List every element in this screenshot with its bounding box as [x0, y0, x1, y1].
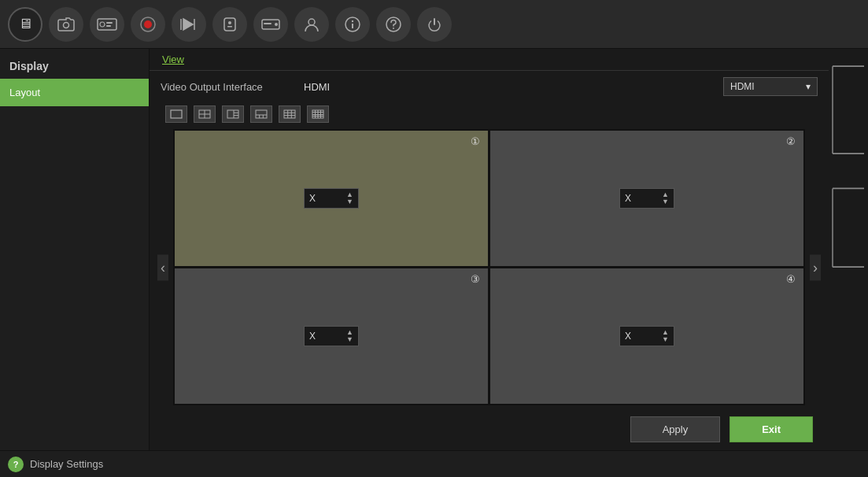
status-text: Display Settings	[30, 458, 103, 470]
user-icon[interactable]	[294, 7, 329, 42]
video-cell-2[interactable]: ② X ▲▼	[490, 131, 803, 266]
layout-1-button[interactable]	[165, 105, 187, 123]
sidebar-header: Display	[0, 54, 149, 79]
svg-rect-23	[227, 110, 238, 118]
svg-point-16	[352, 20, 353, 21]
right-panel	[829, 49, 868, 450]
video-output-row: Video Output Interface HDMI HDMI ▾	[150, 71, 829, 102]
playback-icon[interactable]	[172, 7, 206, 42]
help-icon[interactable]	[376, 7, 411, 42]
cell-4-dropdown[interactable]: X ▲▼	[619, 326, 674, 346]
video-cell-4[interactable]: ④ X ▲▼	[490, 268, 803, 404]
next-arrow-button[interactable]: ›	[810, 254, 821, 280]
video-grid: ① X ▲▼ ② X ▲▼	[173, 129, 805, 405]
svg-point-8	[228, 21, 231, 24]
layout-4-button[interactable]	[194, 105, 216, 123]
cell-2-dropdown[interactable]: X ▲▼	[619, 188, 674, 209]
cell-2-spinner: ▲▼	[662, 191, 669, 205]
record-icon[interactable]	[131, 7, 165, 42]
remote-icon[interactable]	[212, 7, 247, 42]
svg-rect-3	[106, 22, 113, 24]
chevron-down-icon: ▾	[806, 81, 811, 92]
layout-16-button[interactable]	[307, 105, 329, 123]
svg-point-0	[64, 22, 69, 28]
sidebar: Display Layout	[0, 49, 150, 450]
cell-3-spinner: ▲▼	[346, 329, 353, 343]
monitor-icon[interactable]: 🖥	[8, 7, 42, 42]
grid-wrapper: ‹ ① X ▲▼ ② X	[150, 126, 829, 409]
main-area: Display Layout View Video Output Interfa…	[0, 49, 868, 450]
view-tab[interactable]: View	[150, 49, 829, 71]
svg-point-13	[308, 19, 315, 25]
cell-3-number: ③	[471, 273, 480, 285]
cell-1-dropdown[interactable]: X ▲▼	[304, 188, 359, 209]
dvr-icon[interactable]	[90, 7, 124, 42]
info-icon[interactable]	[335, 7, 370, 42]
layout-6b-button[interactable]	[250, 105, 272, 123]
hdd-icon[interactable]	[253, 7, 288, 42]
cell-2-number: ②	[786, 135, 796, 147]
svg-rect-31	[284, 110, 295, 118]
content-area: View Video Output Interface HDMI HDMI ▾	[150, 49, 829, 450]
svg-point-18	[393, 28, 394, 29]
power-icon[interactable]	[417, 7, 452, 42]
svg-rect-12	[264, 23, 271, 24]
video-output-label: Video Output Interface	[161, 81, 294, 93]
sidebar-item-layout[interactable]: Layout	[0, 79, 149, 106]
svg-rect-27	[256, 110, 267, 118]
apply-button[interactable]: Apply	[630, 416, 721, 442]
status-bar: ? Display Settings	[0, 450, 868, 477]
cell-4-number: ④	[786, 273, 796, 285]
layout-icons-row	[150, 102, 829, 126]
layout-6a-button[interactable]	[222, 105, 244, 123]
video-cell-1[interactable]: ① X ▲▼	[175, 131, 488, 266]
toolbar: 🖥	[0, 0, 868, 49]
svg-point-11	[275, 23, 278, 26]
svg-rect-4	[106, 25, 111, 27]
cell-1-spinner: ▲▼	[346, 191, 353, 205]
status-help-icon[interactable]: ?	[8, 457, 24, 472]
camera-icon[interactable]	[49, 7, 83, 42]
exit-button[interactable]: Exit	[729, 416, 813, 442]
svg-point-6	[144, 20, 152, 28]
video-cell-3[interactable]: ③ X ▲▼	[175, 268, 488, 404]
cell-1-number: ①	[471, 135, 480, 147]
prev-arrow-button[interactable]: ‹	[157, 254, 168, 280]
svg-rect-19	[171, 110, 182, 118]
cell-3-dropdown[interactable]: X ▲▼	[304, 326, 359, 346]
svg-rect-9	[227, 26, 232, 28]
cell-4-spinner: ▲▼	[662, 329, 669, 343]
video-output-dropdown[interactable]: HDMI ▾	[723, 77, 818, 96]
action-row: Apply Exit	[150, 409, 829, 450]
svg-point-2	[100, 22, 105, 27]
video-output-value: HDMI	[304, 81, 504, 93]
layout-9-button[interactable]	[279, 105, 301, 123]
